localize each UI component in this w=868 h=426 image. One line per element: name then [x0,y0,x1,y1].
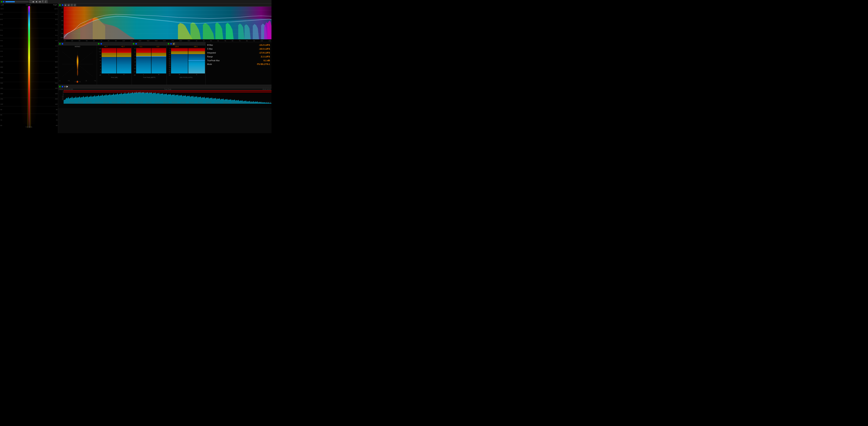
rms-peak-right: +5.7 [121,45,124,47]
tp-peak-line-r [151,56,166,57]
mode-label: Mode [207,63,212,65]
rms-bar-r-fill [117,48,131,73]
spectrum-stop[interactable]: ⏮ [67,4,70,6]
ebu-ch-m: M [171,73,188,76]
tp-btn2[interactable] [135,43,137,44]
ebu-target-line [188,60,205,61]
s-max-label: S Max [207,48,213,50]
tp-bars: +3 +1 -1 -3 -6 -9 -18 -24 -40 [132,48,166,76]
rms-scale: +18 +12 +9 +6 +3 0 -3 -6 -9 -24 [97,48,101,76]
freq-labels-right: 10 K 9 K 8 K 7 K 6 K 5 K 4 K 3 K 2 K 1 K… [55,6,58,128]
ebu-peaks: -23.0 -19.1 [167,45,205,48]
toolbar-btn-1[interactable] [29,0,32,3]
lissajous-toolbar [58,42,97,45]
rms-btn1[interactable] [98,43,99,44]
tl-btn3[interactable] [64,86,66,88]
ebu-bar-s: S [188,48,205,76]
right-label: Right [53,4,57,6]
ebu-peak-m: -23.0 [175,45,179,47]
ebu-btn2[interactable] [170,43,172,44]
timeline-toolbar [58,85,272,88]
integrated-value: -17.9 LUFS [259,52,270,54]
tp-label: True Peak (dBTP) [132,76,166,79]
rms-panel: +5.7 +5.7 +18 +12 +9 +6 +3 0 -3 -6 -9 [97,42,132,85]
scale-plus-s-left: +S [68,80,70,81]
stat-m-max: M Max -13.2 LUFS [207,44,270,46]
toolbar-btn-2[interactable]: ▶ [33,0,35,3]
tp-scale: +3 +1 -1 -3 -6 -9 -18 -24 -40 [132,48,136,76]
waveform-scale: 0 -3 -9 -18 -40 -72 [58,90,64,101]
spectrum-settings2[interactable]: Z [74,4,76,6]
tl-btn1[interactable] [59,86,61,88]
scale-zero: 0 [77,80,78,81]
time-axis: 00:01:52 00:01:53 00:01:54 00:01:55 00:0… [69,101,272,104]
scale-minus1: -1 [59,80,60,81]
rms-bars: +18 +12 +9 +6 +3 0 -3 -6 -9 -24 [97,48,132,76]
tp-ch-r: R [151,73,166,76]
tp-btn1[interactable] [133,43,134,44]
tp-peak-line-l [136,56,151,57]
rms-ch-l: L [102,73,116,76]
integrated-label: Integrated [207,52,216,54]
tp-toolbar [132,42,166,45]
toolbar-btn-5[interactable]: T [42,0,44,3]
ebu-label: EBU R128 (LUFS) [167,76,205,79]
tl-btn2[interactable] [62,86,63,88]
tl-play-btn[interactable] [66,86,68,88]
spectrum-play[interactable]: ▶ [64,4,67,6]
m-max-label: M Max [207,44,213,46]
tp-bar-r: R [151,48,166,76]
freq-labels-left: 10 K 9 K 8 K 7 K 6 K 5 K 4 K 3 K 2 K 1 K… [0,6,3,128]
low-freq-label: Low Freq. [26,126,33,128]
lissajous-panel: MONO [58,42,97,85]
spectrum-fill [64,7,272,39]
tp-peak-left: -1.1 [139,45,142,47]
menu-icon2[interactable] [3,1,4,2]
tp-ch-l: L [136,73,151,76]
waveform-canvas: 00:01:52 00:01:53 00:01:54 00:01:55 00:0… [64,90,272,104]
spectrum-settings1[interactable]: T [70,4,73,6]
ebu-btn1[interactable] [168,43,169,44]
range-label: Range [207,56,213,58]
db-scale: -24 -36 -48 -60 -72 -84 -96 -108 [58,7,64,39]
stat-mode: Mode ITU BS.1770-1 [207,63,270,65]
timeline-endtime: 00:02:16:23 [262,88,271,90]
mode-value: ITU BS.1770-1 [257,63,270,65]
stat-range: Range 2.1 LUFS [207,56,270,58]
ebu-peak-s: -19.1 [193,45,197,47]
spectrum-btn2[interactable] [62,4,63,6]
rms-peak-hold-l [102,53,116,53]
spectrum-btn1[interactable] [59,4,61,6]
scale-plus1: +1 [94,80,96,81]
lissajous-btn2[interactable] [62,43,63,44]
rms-peak-left: +5.7 [104,45,107,47]
stat-truepeak: TruePeak Max 0.1 dB [207,59,270,62]
time-labels: 00:01:52 00:01:53 00:01:54 00:01:55 00:0… [69,102,272,103]
ebu-toolbar: ⚡ [167,42,205,45]
top-toolbar: ▶ ■ ⏮ T Z [0,0,272,3]
rms-bar-r: R [117,48,131,76]
ebu-bars: -5 -8 -11 -14 -17 -20 -23 -26 -29 -32 -3… [167,48,205,76]
progress-fill [5,1,15,2]
toolbar-btn-4[interactable]: ⏮ [39,0,41,3]
left-panel: Left Center Right 10 K 9 K 8 K 7 K 6 K 5… [0,3,58,133]
spectrogram-header: Left Center Right [0,3,58,6]
lissajous-label: MONO [58,45,97,48]
timeline-section: Offset: 00:00:00:000 True Peak 00:02:16:… [58,85,272,108]
spectrum-graph: -24 -36 -48 -60 -72 -84 -96 -108 [58,7,272,42]
rms-btn2[interactable] [100,43,102,44]
progress-bar [5,1,29,2]
m-max-value: -13.2 LUFS [259,44,270,46]
timeline-offset: Offset: 00:00:00:000 [59,88,73,90]
ebu-panel: ⚡ -23.0 -19.1 -5 -8 -11 -14 -17 -20 -23 [167,42,206,85]
ebu-settings[interactable]: ⚡ [173,43,175,45]
meters-section: MONO [58,42,272,85]
menu-icon[interactable] [1,1,2,2]
stat-s-max: S Max -16.5 LUFS [207,48,270,50]
lissajous-btn1[interactable] [59,43,61,44]
rms-bar-l-fill [102,48,116,73]
spectrum-svg [64,7,272,39]
toolbar-btn-6[interactable]: Z [45,0,48,3]
toolbar-btn-3[interactable]: ■ [36,0,38,3]
main-container: Left Center Right 10 K 9 K 8 K 7 K 6 K 5… [0,3,272,133]
